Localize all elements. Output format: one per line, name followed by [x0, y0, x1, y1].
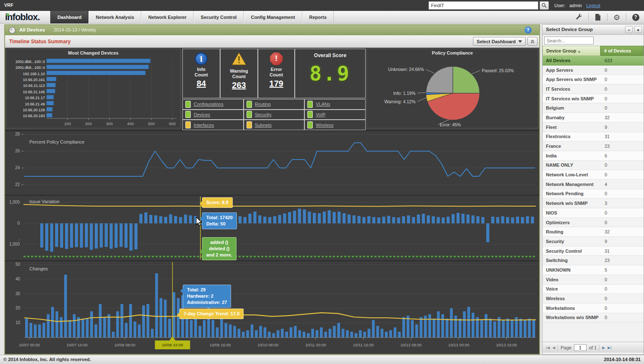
logout-link[interactable]: Logout — [586, 3, 600, 8]
device-group-name: IT Services w/o SNMP — [543, 96, 600, 101]
table-row[interactable]: Voice0 — [543, 285, 644, 294]
category-link[interactable]: Security — [255, 112, 272, 117]
tab-network-explorer[interactable]: Network Explorer — [141, 11, 194, 24]
warning-count-label: Warning Count — [228, 68, 250, 79]
tab-dashboard[interactable]: Dashboard — [50, 11, 88, 24]
table-row[interactable]: Flextronics31 — [543, 132, 644, 142]
table-row[interactable]: IT Services0 — [543, 84, 644, 94]
svg-text:50: 50 — [16, 262, 21, 267]
table-row[interactable]: Belgium0 — [543, 103, 644, 113]
category-link[interactable]: Configurations — [194, 102, 223, 107]
table-row[interactable]: Network Pending0 — [543, 189, 644, 199]
category-link[interactable]: Subnets — [255, 123, 272, 128]
category-subnets: Subnets — [244, 120, 304, 130]
table-row[interactable]: Wireless0 — [543, 294, 644, 304]
svg-text:Warning: 4.12%: Warning: 4.12% — [384, 99, 415, 104]
column-num-devices[interactable]: # of Devices — [600, 46, 644, 56]
divider — [599, 345, 600, 351]
svg-text:1,000: 1,000 — [9, 200, 20, 204]
category-interfaces: Interfaces — [183, 120, 243, 130]
info-count-value[interactable]: 84 — [183, 79, 220, 89]
tab-config-management[interactable]: Config Management — [244, 11, 302, 24]
svg-text:10/13 16:00: 10/13 16:00 — [496, 343, 517, 347]
table-row[interactable]: Video0 — [543, 275, 644, 285]
table-row[interactable]: Routing32 — [543, 227, 644, 237]
svg-text:600: 600 — [169, 121, 176, 126]
table-row[interactable]: Fleet9 — [543, 123, 644, 132]
device-group-name: Voice — [543, 286, 600, 291]
table-row[interactable]: India6 — [543, 151, 644, 161]
table-row[interactable]: Network Low-Level0 — [543, 170, 644, 180]
category-link[interactable]: VLANs — [316, 102, 330, 107]
table-row[interactable]: Optimizers0 — [543, 218, 644, 228]
section-title: Timeline Status Summary — [9, 39, 71, 45]
table-row[interactable]: Switching23 — [543, 256, 644, 265]
last-page-icon[interactable]: ▶| — [608, 346, 611, 350]
panel-help-icon[interactable]: ? — [525, 26, 532, 34]
table-row[interactable]: All Devices633 — [543, 56, 644, 65]
tab-reports[interactable]: Reports — [302, 11, 334, 24]
collapse-panel-button[interactable] — [527, 37, 538, 46]
page-number-input[interactable] — [574, 344, 587, 351]
findit-input[interactable] — [428, 1, 538, 10]
warning-count-value[interactable]: 263 — [221, 81, 257, 90]
table-row[interactable]: UNKNOWN5 — [543, 265, 644, 275]
table-row[interactable]: App Servers0 — [543, 65, 644, 75]
help-icon[interactable]: ? — [631, 12, 641, 22]
prev-page-icon[interactable]: ◀ — [552, 346, 555, 350]
settings-gear-icon[interactable]: ⚙ — [612, 12, 622, 22]
device-count: 633 — [600, 58, 644, 63]
table-row[interactable]: NAME ONLY0 — [543, 161, 644, 170]
overall-score-box: Overall Score 8.9 — [295, 49, 365, 98]
change-trend-tooltip: 7-day Change Trend: 17.0 — [179, 309, 244, 319]
device-group-name: India — [543, 153, 600, 158]
page-label: Page — [561, 345, 571, 350]
tab-network-analysis[interactable]: Network Analysis — [88, 11, 141, 24]
table-row[interactable]: Workstations w/o SNMP0 — [543, 313, 644, 323]
table-row[interactable]: Security9 — [543, 237, 644, 246]
sort-asc-icon: ▲ — [578, 50, 581, 53]
changes-administrative: Administrative: 27 — [187, 299, 227, 306]
device-count: 0 — [600, 296, 644, 301]
category-link[interactable]: Wireless — [316, 123, 333, 128]
nav-icon-cluster: ⚙ ? — [574, 12, 641, 22]
wrench-icon[interactable] — [574, 12, 584, 22]
device-count: 0 — [600, 172, 644, 177]
status-square-green — [307, 121, 313, 128]
table-row[interactable]: NIOS0 — [543, 208, 644, 218]
svg-text:Issue Variation: Issue Variation — [29, 199, 60, 204]
first-page-icon[interactable]: |◀ — [546, 346, 550, 350]
device-count: 0 — [600, 77, 644, 82]
table-row[interactable]: France23 — [543, 141, 644, 151]
column-device-group[interactable]: Device Group ▲ — [543, 46, 600, 56]
category-link[interactable]: Interfaces — [194, 123, 214, 128]
category-link[interactable]: VoIP — [316, 112, 325, 117]
pin-icon[interactable]: ● — [634, 26, 642, 33]
issue-variation-chart: 1,0000-1,000Issue Variation Score: 8.9 T… — [5, 195, 539, 260]
table-row[interactable]: IT Services w/o SNMP0 — [543, 94, 644, 104]
error-count-value[interactable]: 179 — [258, 79, 294, 89]
tab-security-control[interactable]: Security Control — [194, 11, 244, 24]
svg-text:10/09 16:00: 10/09 16:00 — [210, 343, 231, 347]
next-page-icon[interactable]: ▶ — [602, 346, 605, 350]
category-link[interactable]: Devices — [194, 112, 210, 117]
device-count: 5 — [600, 267, 644, 272]
device-group-name: IT Services — [543, 86, 600, 92]
error-count-label: Error Count — [265, 67, 287, 78]
table-row[interactable]: Burnaby32 — [543, 113, 644, 123]
table-row[interactable]: Network w/o SNMP3 — [543, 199, 644, 208]
table-row[interactable]: Security Control31 — [543, 246, 644, 256]
category-link[interactable]: Routing — [255, 102, 271, 107]
logo-green-dot — [7, 13, 9, 16]
select-dashboard-button[interactable]: Select Dashboard — [473, 37, 526, 46]
search-button[interactable] — [540, 1, 549, 10]
table-row[interactable]: App Servers w/o SNMP0 — [543, 75, 644, 84]
issue-delta: Delta: 50 — [206, 221, 233, 227]
report-icon[interactable] — [593, 12, 603, 22]
table-row[interactable]: Workstations0 — [543, 304, 644, 313]
collapse-sidebar-icon[interactable]: » — [625, 26, 633, 33]
table-row[interactable]: Network Management4 — [543, 180, 644, 189]
device-group-search-input[interactable] — [544, 37, 594, 45]
svg-text:1,000: 1,000 — [9, 242, 20, 246]
device-group-table: All Devices633App Servers0App Servers w/… — [543, 56, 644, 322]
